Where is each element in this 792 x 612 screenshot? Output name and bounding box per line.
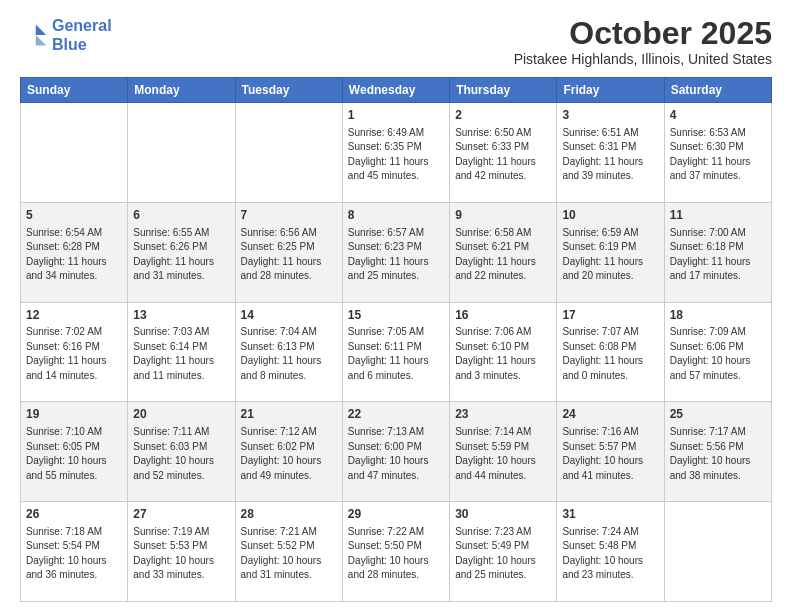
day-number: 10 bbox=[562, 207, 658, 224]
logo-icon bbox=[20, 21, 48, 49]
calendar-week-row: 12Sunrise: 7:02 AMSunset: 6:16 PMDayligh… bbox=[21, 302, 772, 402]
calendar-cell bbox=[128, 103, 235, 203]
calendar-cell: 2Sunrise: 6:50 AMSunset: 6:33 PMDaylight… bbox=[450, 103, 557, 203]
day-info: Sunrise: 6:59 AMSunset: 6:19 PMDaylight:… bbox=[562, 226, 658, 284]
calendar-week-row: 19Sunrise: 7:10 AMSunset: 6:05 PMDayligh… bbox=[21, 402, 772, 502]
day-info: Sunrise: 6:55 AMSunset: 6:26 PMDaylight:… bbox=[133, 226, 229, 284]
logo: General Blue bbox=[20, 16, 112, 54]
day-info: Sunrise: 7:22 AMSunset: 5:50 PMDaylight:… bbox=[348, 525, 444, 583]
weekday-header-thursday: Thursday bbox=[450, 78, 557, 103]
calendar-cell: 30Sunrise: 7:23 AMSunset: 5:49 PMDayligh… bbox=[450, 502, 557, 602]
day-info: Sunrise: 7:03 AMSunset: 6:14 PMDaylight:… bbox=[133, 325, 229, 383]
calendar-cell bbox=[664, 502, 771, 602]
calendar-cell: 15Sunrise: 7:05 AMSunset: 6:11 PMDayligh… bbox=[342, 302, 449, 402]
day-info: Sunrise: 7:16 AMSunset: 5:57 PMDaylight:… bbox=[562, 425, 658, 483]
day-number: 14 bbox=[241, 307, 337, 324]
day-info: Sunrise: 7:23 AMSunset: 5:49 PMDaylight:… bbox=[455, 525, 551, 583]
calendar-cell: 26Sunrise: 7:18 AMSunset: 5:54 PMDayligh… bbox=[21, 502, 128, 602]
calendar-cell: 29Sunrise: 7:22 AMSunset: 5:50 PMDayligh… bbox=[342, 502, 449, 602]
day-number: 21 bbox=[241, 406, 337, 423]
day-number: 18 bbox=[670, 307, 766, 324]
calendar-cell: 4Sunrise: 6:53 AMSunset: 6:30 PMDaylight… bbox=[664, 103, 771, 203]
day-number: 19 bbox=[26, 406, 122, 423]
month-title: October 2025 bbox=[514, 16, 772, 51]
day-info: Sunrise: 7:00 AMSunset: 6:18 PMDaylight:… bbox=[670, 226, 766, 284]
day-number: 12 bbox=[26, 307, 122, 324]
calendar-cell: 7Sunrise: 6:56 AMSunset: 6:25 PMDaylight… bbox=[235, 202, 342, 302]
day-info: Sunrise: 7:09 AMSunset: 6:06 PMDaylight:… bbox=[670, 325, 766, 383]
svg-marker-0 bbox=[36, 25, 47, 36]
calendar-cell: 19Sunrise: 7:10 AMSunset: 6:05 PMDayligh… bbox=[21, 402, 128, 502]
day-number: 29 bbox=[348, 506, 444, 523]
day-number: 20 bbox=[133, 406, 229, 423]
calendar-cell: 16Sunrise: 7:06 AMSunset: 6:10 PMDayligh… bbox=[450, 302, 557, 402]
day-info: Sunrise: 7:02 AMSunset: 6:16 PMDaylight:… bbox=[26, 325, 122, 383]
weekday-header-saturday: Saturday bbox=[664, 78, 771, 103]
calendar-cell: 28Sunrise: 7:21 AMSunset: 5:52 PMDayligh… bbox=[235, 502, 342, 602]
day-number: 23 bbox=[455, 406, 551, 423]
day-info: Sunrise: 7:13 AMSunset: 6:00 PMDaylight:… bbox=[348, 425, 444, 483]
calendar-cell: 11Sunrise: 7:00 AMSunset: 6:18 PMDayligh… bbox=[664, 202, 771, 302]
day-number: 22 bbox=[348, 406, 444, 423]
day-number: 24 bbox=[562, 406, 658, 423]
day-number: 25 bbox=[670, 406, 766, 423]
day-number: 11 bbox=[670, 207, 766, 224]
day-number: 13 bbox=[133, 307, 229, 324]
day-number: 4 bbox=[670, 107, 766, 124]
day-info: Sunrise: 6:56 AMSunset: 6:25 PMDaylight:… bbox=[241, 226, 337, 284]
calendar-cell: 8Sunrise: 6:57 AMSunset: 6:23 PMDaylight… bbox=[342, 202, 449, 302]
day-info: Sunrise: 6:54 AMSunset: 6:28 PMDaylight:… bbox=[26, 226, 122, 284]
day-info: Sunrise: 7:07 AMSunset: 6:08 PMDaylight:… bbox=[562, 325, 658, 383]
calendar-cell: 17Sunrise: 7:07 AMSunset: 6:08 PMDayligh… bbox=[557, 302, 664, 402]
day-number: 9 bbox=[455, 207, 551, 224]
weekday-header-tuesday: Tuesday bbox=[235, 78, 342, 103]
day-info: Sunrise: 7:19 AMSunset: 5:53 PMDaylight:… bbox=[133, 525, 229, 583]
calendar-cell: 31Sunrise: 7:24 AMSunset: 5:48 PMDayligh… bbox=[557, 502, 664, 602]
day-info: Sunrise: 7:24 AMSunset: 5:48 PMDaylight:… bbox=[562, 525, 658, 583]
calendar-cell: 18Sunrise: 7:09 AMSunset: 6:06 PMDayligh… bbox=[664, 302, 771, 402]
day-number: 16 bbox=[455, 307, 551, 324]
day-info: Sunrise: 6:58 AMSunset: 6:21 PMDaylight:… bbox=[455, 226, 551, 284]
calendar-cell: 6Sunrise: 6:55 AMSunset: 6:26 PMDaylight… bbox=[128, 202, 235, 302]
day-info: Sunrise: 6:53 AMSunset: 6:30 PMDaylight:… bbox=[670, 126, 766, 184]
weekday-header-sunday: Sunday bbox=[21, 78, 128, 103]
day-number: 17 bbox=[562, 307, 658, 324]
calendar-cell bbox=[21, 103, 128, 203]
calendar-week-row: 5Sunrise: 6:54 AMSunset: 6:28 PMDaylight… bbox=[21, 202, 772, 302]
weekday-header-wednesday: Wednesday bbox=[342, 78, 449, 103]
day-info: Sunrise: 6:49 AMSunset: 6:35 PMDaylight:… bbox=[348, 126, 444, 184]
day-info: Sunrise: 6:57 AMSunset: 6:23 PMDaylight:… bbox=[348, 226, 444, 284]
day-number: 31 bbox=[562, 506, 658, 523]
calendar-cell: 27Sunrise: 7:19 AMSunset: 5:53 PMDayligh… bbox=[128, 502, 235, 602]
day-info: Sunrise: 7:05 AMSunset: 6:11 PMDaylight:… bbox=[348, 325, 444, 383]
calendar-header-row: SundayMondayTuesdayWednesdayThursdayFrid… bbox=[21, 78, 772, 103]
day-info: Sunrise: 7:06 AMSunset: 6:10 PMDaylight:… bbox=[455, 325, 551, 383]
calendar-cell: 25Sunrise: 7:17 AMSunset: 5:56 PMDayligh… bbox=[664, 402, 771, 502]
day-number: 30 bbox=[455, 506, 551, 523]
calendar-cell: 13Sunrise: 7:03 AMSunset: 6:14 PMDayligh… bbox=[128, 302, 235, 402]
day-info: Sunrise: 7:21 AMSunset: 5:52 PMDaylight:… bbox=[241, 525, 337, 583]
logo-text: General Blue bbox=[52, 16, 112, 54]
calendar-cell: 3Sunrise: 6:51 AMSunset: 6:31 PMDaylight… bbox=[557, 103, 664, 203]
day-number: 28 bbox=[241, 506, 337, 523]
calendar-cell: 14Sunrise: 7:04 AMSunset: 6:13 PMDayligh… bbox=[235, 302, 342, 402]
day-info: Sunrise: 7:14 AMSunset: 5:59 PMDaylight:… bbox=[455, 425, 551, 483]
day-number: 8 bbox=[348, 207, 444, 224]
calendar-cell: 23Sunrise: 7:14 AMSunset: 5:59 PMDayligh… bbox=[450, 402, 557, 502]
calendar-cell: 12Sunrise: 7:02 AMSunset: 6:16 PMDayligh… bbox=[21, 302, 128, 402]
day-info: Sunrise: 7:12 AMSunset: 6:02 PMDaylight:… bbox=[241, 425, 337, 483]
day-info: Sunrise: 7:10 AMSunset: 6:05 PMDaylight:… bbox=[26, 425, 122, 483]
calendar-cell: 24Sunrise: 7:16 AMSunset: 5:57 PMDayligh… bbox=[557, 402, 664, 502]
calendar-cell: 22Sunrise: 7:13 AMSunset: 6:00 PMDayligh… bbox=[342, 402, 449, 502]
day-number: 2 bbox=[455, 107, 551, 124]
day-number: 6 bbox=[133, 207, 229, 224]
day-number: 7 bbox=[241, 207, 337, 224]
day-number: 15 bbox=[348, 307, 444, 324]
day-info: Sunrise: 6:50 AMSunset: 6:33 PMDaylight:… bbox=[455, 126, 551, 184]
calendar-cell: 10Sunrise: 6:59 AMSunset: 6:19 PMDayligh… bbox=[557, 202, 664, 302]
calendar-table: SundayMondayTuesdayWednesdayThursdayFrid… bbox=[20, 77, 772, 602]
calendar-cell: 9Sunrise: 6:58 AMSunset: 6:21 PMDaylight… bbox=[450, 202, 557, 302]
day-info: Sunrise: 7:04 AMSunset: 6:13 PMDaylight:… bbox=[241, 325, 337, 383]
svg-marker-1 bbox=[36, 35, 47, 46]
weekday-header-monday: Monday bbox=[128, 78, 235, 103]
